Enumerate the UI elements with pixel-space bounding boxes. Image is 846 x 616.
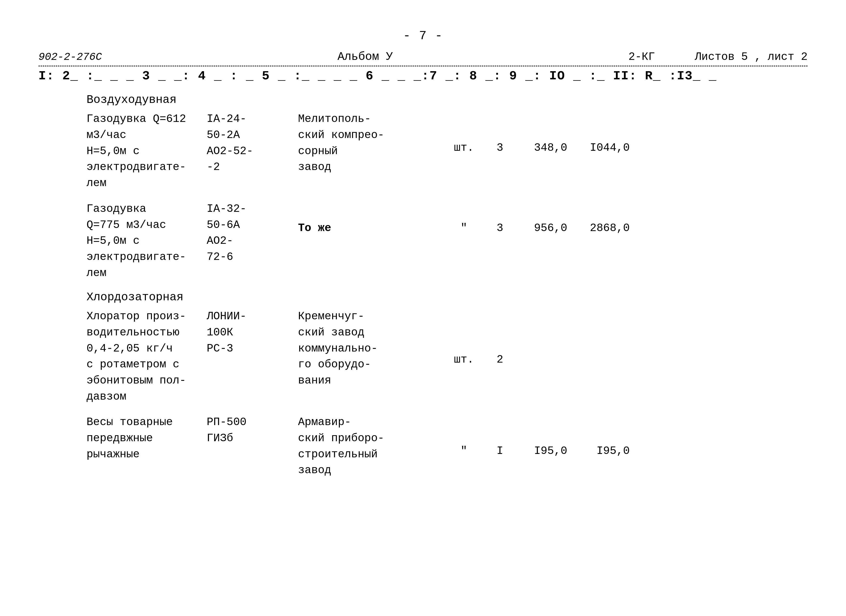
kg-code: 2-КГ — [629, 51, 655, 63]
ruler-line: I: 2_ :_ _ _ 3 _ _: 4 _ : _ 5 _ :_ _ _ _… — [38, 69, 808, 84]
section-header-khlorodozatornaya: Хлордозаторная — [87, 291, 808, 304]
page: - 7 - 902-2-276С Альбом У 2-КГ Листов 5 … — [0, 0, 846, 616]
row4-qty: I — [486, 414, 514, 459]
table-row: Весы товарные передвжные рычажные РП-500… — [38, 414, 808, 478]
table-row: Газодувка Q=775 м3/час Н=5,0м с электрод… — [38, 201, 808, 281]
row4-description: Весы товарные передвжные рычажные — [38, 414, 202, 462]
row3-manufacturer: Кременчуг- ский завод коммунально- го об… — [293, 309, 442, 388]
doc-code: 902-2-276С — [38, 51, 102, 63]
row1-manufacturer: Мелитополь- ский компрео- сорный завод — [293, 111, 442, 175]
row1-description: Газодувка Q=612 м3/час Н=5,0м с электрод… — [38, 111, 202, 191]
row2-description: Газодувка Q=775 м3/час Н=5,0м с электрод… — [38, 201, 202, 281]
row1-unit: шт. — [442, 111, 486, 156]
sheet-info: 2-КГ Листов 5 , лист 2 — [629, 51, 808, 63]
row3-mark: ЛОНИИ- 100К РС-3 — [202, 309, 293, 357]
row3-description: Хлоратор произ- водительностью 0,4-2,05 … — [38, 309, 202, 405]
row3-unit: шт. — [442, 309, 486, 368]
sheets-label: Листов 5 , лист 2 — [695, 51, 808, 63]
table-row: Газодувка Q=612 м3/час Н=5,0м с электрод… — [38, 111, 808, 191]
page-number: - 7 - — [38, 29, 808, 43]
row2-total: 2868,0 — [567, 201, 630, 236]
row4-manufacturer: Армавир- ский приборо- строительный заво… — [293, 414, 442, 478]
row2-qty: 3 — [486, 201, 514, 236]
row4-price: I95,0 — [514, 414, 567, 459]
row3-price — [514, 309, 567, 352]
row1-total: I044,0 — [567, 111, 630, 156]
row2-price: 956,0 — [514, 201, 567, 236]
row3-total — [567, 309, 630, 352]
row2-unit: " — [442, 201, 486, 236]
row2-manufacturer: То же — [293, 201, 442, 236]
row1-mark: IА-24- 50-2А АО2-52- -2 — [202, 111, 293, 175]
row4-total: I95,0 — [567, 414, 630, 459]
album-label: Альбом У — [338, 50, 393, 63]
row1-price: 348,0 — [514, 111, 567, 156]
row3-qty: 2 — [486, 309, 514, 368]
header-line: 902-2-276С Альбом У 2-КГ Листов 5 , лист… — [38, 50, 808, 63]
row4-unit: " — [442, 414, 486, 459]
row1-qty: 3 — [486, 111, 514, 156]
section-header-vozdukhoduvnaya: Воздуходувная — [87, 93, 808, 106]
row2-mark: IА-32- 50-6А АО2- 72-6 — [202, 201, 293, 265]
table-row: Хлоратор произ- водительностью 0,4-2,05 … — [38, 309, 808, 405]
header-divider — [38, 66, 808, 66]
row4-mark: РП-500 ГИЗб — [202, 414, 293, 446]
